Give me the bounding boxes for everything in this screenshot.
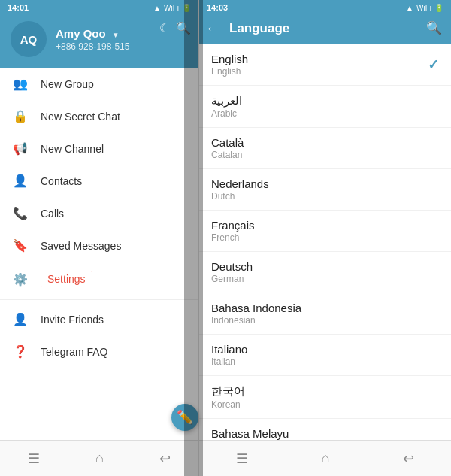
lang-item-english[interactable]: English English ✓: [199, 44, 451, 86]
lang-native-dutch: Dutch: [211, 191, 269, 202]
new-channel-icon: 📢: [12, 141, 29, 156]
status-icons-right: ▲ WiFi 🔋: [406, 4, 443, 12]
lang-native-catalan: Catalan: [211, 150, 244, 160]
lang-name-indonesian: Bahasa Indonesia: [211, 302, 301, 314]
lang-name-catalan: Català: [211, 136, 244, 149]
right-battery-icon: 🔋: [434, 4, 443, 12]
menu-label-new-channel: New Channel: [41, 143, 104, 155]
menu-label-new-secret-chat: New Secret Chat: [41, 111, 120, 123]
lang-check-english: ✓: [428, 56, 439, 73]
menu-item-contacts[interactable]: 👤 Contacts: [0, 165, 198, 197]
menu-item-new-group[interactable]: 👥 New Group: [0, 68, 198, 100]
invite-friends-icon: 👤: [12, 312, 29, 326]
lang-name-malay: Bahasa Melayu: [211, 427, 289, 440]
contacts-icon: 👤: [12, 174, 29, 188]
new-secret-chat-icon: 🔒: [12, 109, 29, 123]
lang-item-catalan[interactable]: Català Catalan: [199, 128, 451, 169]
lang-item-arabic[interactable]: العربية Arabic: [199, 86, 451, 128]
lang-native-indonesian: Indonesian: [211, 315, 301, 326]
left-header: 14:01 ▲ WiFi 🔋 AQ Amy Qoo ▼ +886 928-198…: [0, 0, 198, 68]
dropdown-arrow-icon: ▼: [112, 31, 120, 39]
menu-list: 👥 New Group 🔒 New Secret Chat 📢 New Chan…: [0, 68, 198, 440]
lang-item-german[interactable]: Deutsch German: [199, 252, 451, 293]
lang-item-korean[interactable]: 한국어 Korean: [199, 376, 451, 419]
settings-icon: ⚙️: [12, 272, 29, 287]
panel-overlay: [184, 0, 203, 476]
lang-native-french: French: [211, 232, 255, 243]
right-bottom-nav: ☰ ⌂ ↩: [199, 440, 451, 476]
right-search-icon[interactable]: 🔍: [426, 20, 442, 36]
lang-text-french: Français French: [211, 219, 255, 243]
status-time-right: 14:03: [207, 3, 228, 12]
saved-messages-icon: 🔖: [12, 238, 29, 253]
right-wifi-icon: WiFi: [416, 4, 431, 12]
profile-phone: +886 928-198-515: [56, 41, 188, 52]
wifi-icon: WiFi: [164, 4, 179, 12]
lang-text-arabic: العربية Arabic: [211, 94, 242, 119]
right-panel: 14:03 ▲ WiFi 🔋 ← Language 🔍 English Engl…: [199, 0, 451, 476]
lang-item-malay[interactable]: Bahasa Melayu Malay: [199, 419, 451, 440]
menu-item-invite-friends[interactable]: 👤 Invite Friends: [0, 303, 198, 335]
lang-name-german: Deutsch: [211, 260, 253, 273]
lang-name-korean: 한국어: [211, 384, 245, 399]
lang-item-italian[interactable]: Italiano Italian: [199, 335, 451, 376]
menu-item-telegram-faq[interactable]: ❓ Telegram FAQ: [0, 335, 198, 368]
lang-item-dutch[interactable]: Nederlands Dutch: [199, 169, 451, 211]
moon-icon: ☾: [159, 21, 170, 35]
language-list: English English ✓ العربية Arabic Català …: [199, 44, 451, 440]
lang-name-italian: Italiano: [211, 343, 247, 356]
right-header-bar: ← Language 🔍: [199, 14, 451, 44]
lang-text-german: Deutsch German: [211, 260, 253, 284]
language-title: Language: [229, 21, 417, 36]
back-button[interactable]: ←: [205, 20, 220, 37]
status-bar-right: 14:03 ▲ WiFi 🔋: [199, 0, 451, 14]
status-time-left: 14:01: [8, 3, 29, 12]
lang-native-german: German: [211, 274, 253, 284]
lang-item-french[interactable]: Français French: [199, 211, 451, 252]
menu-item-new-secret-chat[interactable]: 🔒 New Secret Chat: [0, 100, 198, 132]
telegram-faq-icon: ❓: [12, 344, 29, 359]
signal-icon: ▲: [153, 4, 161, 12]
menu-item-settings[interactable]: ⚙️ Settings: [0, 262, 198, 296]
menu-item-calls[interactable]: 📞 Calls: [0, 197, 198, 229]
menu-label-new-group: New Group: [41, 78, 94, 90]
menu-label-saved-messages: Saved Messages: [41, 240, 121, 252]
profile-section[interactable]: AQ Amy Qoo ▼ +886 928-198-515 ☾ 🔍: [0, 14, 198, 68]
lang-text-english: English English: [211, 53, 248, 77]
right-nav-menu-icon[interactable]: ☰: [236, 450, 248, 467]
right-header: 14:03 ▲ WiFi 🔋 ← Language 🔍: [199, 0, 451, 44]
lang-native-arabic: Arabic: [211, 108, 242, 119]
menu-item-saved-messages[interactable]: 🔖 Saved Messages: [0, 229, 198, 262]
new-group-icon: 👥: [12, 77, 29, 91]
calls-icon: 📞: [12, 206, 29, 220]
left-nav-menu-icon[interactable]: ☰: [28, 450, 40, 467]
menu-label-telegram-faq: Telegram FAQ: [41, 346, 107, 358]
lang-native-english: English: [211, 66, 248, 77]
left-nav-home-icon[interactable]: ⌂: [95, 450, 104, 466]
left-nav-back-icon[interactable]: ↩: [159, 450, 171, 467]
lang-text-italian: Italiano Italian: [211, 343, 247, 367]
menu-label-invite-friends: Invite Friends: [41, 314, 104, 326]
menu-label-settings: Settings: [41, 271, 92, 287]
lang-native-korean: Korean: [211, 399, 245, 410]
lang-name-dutch: Nederlands: [211, 177, 269, 190]
menu-label-calls: Calls: [41, 208, 64, 220]
lang-name-arabic: العربية: [211, 94, 242, 108]
left-bottom-nav: ☰ ⌂ ↩: [0, 440, 198, 476]
left-panel: 14:01 ▲ WiFi 🔋 AQ Amy Qoo ▼ +886 928-198…: [0, 0, 199, 476]
lang-item-indonesian[interactable]: Bahasa Indonesia Indonesian: [199, 293, 451, 335]
lang-name-english: English: [211, 53, 248, 65]
lang-text-indonesian: Bahasa Indonesia Indonesian: [211, 302, 301, 326]
lang-text-korean: 한국어 Korean: [211, 384, 245, 410]
avatar: AQ: [11, 21, 47, 57]
right-nav-back-icon[interactable]: ↩: [403, 450, 414, 467]
status-bar-left: 14:01 ▲ WiFi 🔋: [0, 0, 198, 14]
lang-text-catalan: Català Catalan: [211, 136, 244, 160]
right-nav-home-icon[interactable]: ⌂: [322, 450, 330, 466]
lang-name-french: Français: [211, 219, 255, 232]
lang-text-dutch: Nederlands Dutch: [211, 177, 269, 202]
menu-label-contacts: Contacts: [41, 175, 82, 187]
menu-divider: [0, 299, 198, 300]
menu-item-new-channel[interactable]: 📢 New Channel: [0, 132, 198, 165]
right-signal-icon: ▲: [406, 4, 413, 12]
